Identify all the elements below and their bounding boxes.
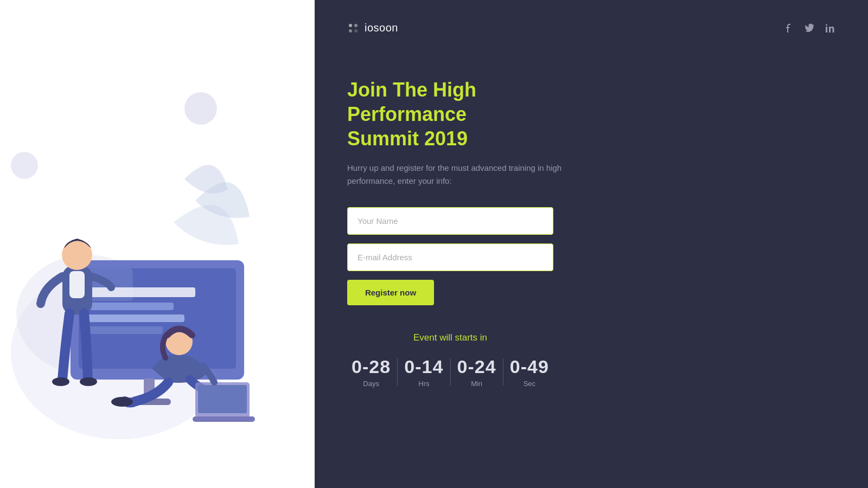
facebook-icon[interactable]	[783, 23, 794, 34]
countdown-min: 0-24 Min	[453, 356, 501, 388]
countdown-hrs: 0-14 Hrs	[400, 356, 448, 388]
divider-3	[503, 358, 503, 386]
right-panel: iosoon	[315, 0, 868, 488]
name-input[interactable]	[347, 207, 553, 235]
linkedin-icon[interactable]	[825, 23, 835, 34]
logo: iosoon	[347, 22, 398, 34]
register-button[interactable]: Register now	[347, 280, 434, 305]
countdown-sec: 0-49 Sec	[506, 356, 553, 388]
svg-rect-20	[198, 385, 247, 413]
svg-point-22	[349, 24, 352, 27]
countdown-section: Event will starts in 0-28 Days 0-14 Hrs …	[347, 332, 575, 388]
svg-point-17	[111, 397, 133, 407]
email-input[interactable]	[347, 243, 553, 271]
main-title: Join The High Performance Summit 2019	[347, 78, 575, 151]
content-area: Join The High Performance Summit 2019 Hu…	[347, 78, 575, 388]
illustration	[0, 81, 298, 488]
sec-label: Sec	[524, 380, 535, 388]
hrs-value: 0-14	[404, 356, 443, 377]
registration-form: Register now	[347, 207, 575, 305]
svg-rect-15	[69, 271, 85, 298]
left-panel	[0, 0, 315, 488]
social-icons	[783, 23, 835, 34]
header: iosoon	[347, 22, 835, 34]
logo-icon	[347, 22, 359, 34]
svg-rect-21	[193, 416, 255, 422]
countdown-title: Event will starts in	[347, 332, 553, 343]
svg-point-24	[349, 29, 352, 33]
countdown-days: 0-28 Days	[347, 356, 395, 388]
logo-text: iosoon	[365, 22, 398, 34]
days-value: 0-28	[352, 356, 391, 377]
svg-point-27	[826, 24, 827, 25]
days-label: Days	[363, 380, 379, 388]
countdown-timer: 0-28 Days 0-14 Hrs 0-24 Min 0-49 Sec	[347, 356, 553, 388]
svg-point-25	[354, 29, 358, 33]
svg-point-14	[80, 377, 97, 386]
divider-2	[450, 358, 451, 386]
min-value: 0-24	[457, 356, 496, 377]
sec-value: 0-49	[510, 356, 549, 377]
subtitle: Hurry up and register for the must advan…	[347, 162, 575, 188]
svg-rect-5	[87, 303, 174, 310]
divider-1	[397, 358, 398, 386]
svg-rect-7	[87, 326, 163, 334]
svg-rect-6	[87, 314, 184, 322]
twitter-icon[interactable]	[804, 23, 815, 34]
min-label: Min	[471, 380, 482, 388]
hrs-label: Hrs	[418, 380, 429, 388]
svg-point-13	[52, 377, 69, 386]
svg-rect-26	[826, 27, 827, 33]
svg-point-23	[354, 24, 358, 27]
